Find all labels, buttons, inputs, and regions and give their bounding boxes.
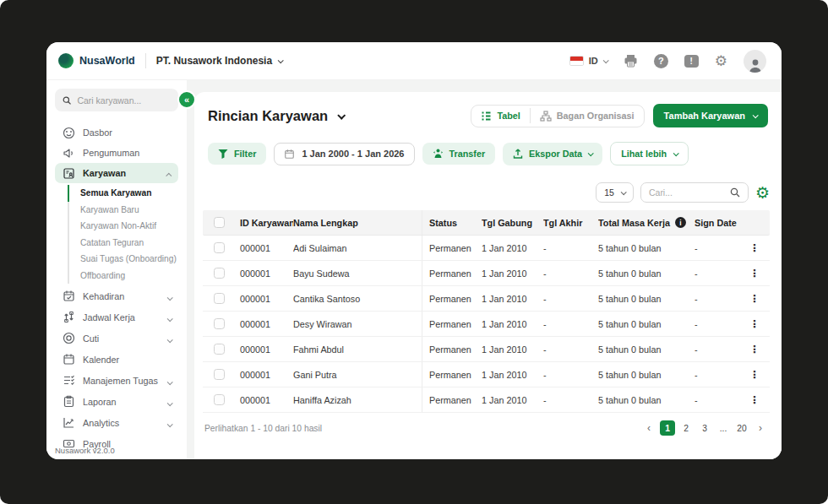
page-button-20[interactable]: 20	[734, 420, 749, 436]
chevron-down-icon	[602, 57, 608, 63]
sidebar-item-pengumuman[interactable]: Pengumuman	[55, 143, 178, 163]
sidebar-item-kalender[interactable]: Kalender	[55, 349, 178, 370]
sidebar-item-karyawan[interactable]: Karyawan	[55, 163, 178, 183]
row-checkbox[interactable]	[214, 242, 225, 253]
submenu-item-offboarding[interactable]: Offboarding	[69, 268, 178, 285]
column-header-id[interactable]: ID Karyawan	[240, 218, 293, 228]
view-tabel-label: Tabel	[497, 111, 520, 121]
attendance-calendar-icon	[62, 290, 75, 302]
table-row[interactable]: 000001 Desy Wirawan Permanen 1 Jan 2010 …	[203, 312, 770, 337]
sidebar-item-kehadiran[interactable]: Kehadiran	[55, 285, 178, 306]
cell-sign-date: -	[695, 395, 744, 405]
employee-table: ID Karyawan Nama Lengkap Status Tgl Gabu…	[203, 210, 770, 413]
submenu-item-karyawan-baru[interactable]: Karyawan Baru	[69, 202, 178, 219]
chevron-down-icon	[167, 394, 172, 409]
submenu-item-suai-tugas[interactable]: Suai Tugas (Onboarding)	[69, 251, 178, 268]
transfer-button[interactable]: Transfer	[422, 143, 496, 165]
date-range-field[interactable]: 1 Jan 2000 - 1 Jan 2026	[274, 143, 414, 165]
next-page-icon[interactable]: ›	[753, 420, 768, 436]
cell-tenure: 5 tahun 0 bulan	[598, 243, 695, 253]
table-settings-gear-icon[interactable]: ⚙	[755, 185, 770, 201]
sidebar-search[interactable]	[55, 89, 178, 111]
page-ellipsis: ...	[716, 420, 731, 436]
sidebar-item-laporan[interactable]: Laporan	[55, 391, 178, 412]
table-row[interactable]: 000001 Bayu Sudewa Permanen 1 Jan 2010 -…	[203, 261, 770, 286]
user-avatar[interactable]	[744, 50, 766, 73]
column-header-status[interactable]: Status	[422, 218, 482, 228]
row-actions-kebab-icon[interactable]: ⋮	[744, 344, 770, 355]
submenu-item-karyawan-non-aktif[interactable]: Karyawan Non-Aktif	[69, 218, 178, 235]
row-actions-kebab-icon[interactable]: ⋮	[744, 268, 770, 279]
table-row[interactable]: 000001 Gani Putra Permanen 1 Jan 2010 - …	[203, 362, 770, 387]
language-selector[interactable]: ID	[569, 56, 607, 66]
row-actions-kebab-icon[interactable]: ⋮	[744, 293, 770, 305]
export-data-button[interactable]: Ekspor Data	[503, 143, 602, 165]
row-checkbox[interactable]	[214, 318, 225, 329]
row-actions-kebab-icon[interactable]: ⋮	[744, 242, 770, 254]
cell-tenure: 5 tahun 0 bulan	[598, 370, 695, 380]
select-all-checkbox[interactable]	[214, 217, 225, 228]
page-button-3[interactable]: 3	[697, 420, 712, 436]
search-input[interactable]	[77, 95, 171, 106]
add-employee-button[interactable]: Tambah Karyawan	[653, 104, 768, 127]
collapse-glyph: «	[184, 95, 189, 105]
row-checkbox[interactable]	[214, 369, 225, 380]
column-header-tenure[interactable]: Total Masa Kerja i	[598, 217, 695, 228]
add-employee-label: Tambah Karyawan	[664, 111, 745, 121]
row-checkbox[interactable]	[214, 394, 225, 405]
sidebar-item-cuti[interactable]: Cuti	[55, 328, 178, 349]
brand[interactable]: NusaWorld	[58, 53, 135, 68]
export-icon	[513, 149, 523, 160]
page-button-2[interactable]: 2	[678, 420, 694, 436]
chevron-down-icon	[167, 289, 172, 304]
view-toggle-bagan-organisasi[interactable]: Bagan Organisasi	[531, 106, 644, 127]
view-toggle-tabel[interactable]: Tabel	[471, 106, 529, 127]
dark-backdrop: NusaWorld PT. Nusawork Indonesia ID ? ! …	[0, 0, 828, 504]
submenu-item-semua-karyawan[interactable]: Semua Karyawan	[69, 185, 178, 202]
page-button-1[interactable]: 1	[660, 420, 675, 436]
column-header-end-date[interactable]: Tgl Akhir	[543, 218, 598, 228]
submenu-item-catatan-teguran[interactable]: Catatan Teguran	[69, 235, 178, 252]
cell-status: Permanen	[422, 344, 482, 355]
company-selector[interactable]: PT. Nusawork Indonesia	[156, 55, 282, 67]
prev-page-icon[interactable]: ‹	[641, 420, 656, 436]
see-more-button[interactable]: Lihat lebih	[610, 142, 689, 165]
table-row[interactable]: 000001 Haniffa Azizah Permanen 1 Jan 201…	[203, 387, 770, 413]
table-header-row: ID Karyawan Nama Lengkap Status Tgl Gabu…	[203, 210, 770, 236]
sidebar-item-manajemen-tugas[interactable]: Manajemen Tugas	[55, 370, 178, 391]
cell-sign-date: -	[695, 344, 744, 355]
info-icon[interactable]: i	[675, 217, 686, 228]
task-list-icon	[62, 374, 75, 387]
table-search-field[interactable]	[640, 182, 749, 203]
sidebar-collapse-button[interactable]: «	[177, 90, 196, 109]
sidebar-item-jadwal-kerja[interactable]: Jadwal Kerja	[55, 306, 178, 328]
row-actions-kebab-icon[interactable]: ⋮	[744, 369, 770, 381]
tenure-header-label: Total Masa Kerja	[598, 218, 670, 228]
table-search-input[interactable]	[649, 187, 730, 198]
row-checkbox[interactable]	[214, 293, 225, 304]
sidebar: Dasbor Pengumuman Karyawan Semua Karyawa…	[46, 80, 187, 459]
filter-button[interactable]: Filter	[208, 143, 266, 165]
column-header-name[interactable]: Nama Lengkap	[293, 210, 422, 235]
column-header-sign-date[interactable]: Sign Date	[695, 218, 744, 228]
help-icon[interactable]: ?	[654, 54, 668, 68]
cell-join-date: 1 Jan 2010	[482, 243, 543, 253]
feedback-icon[interactable]: !	[684, 55, 699, 68]
row-checkbox[interactable]	[214, 344, 225, 355]
sidebar-item-dasbor[interactable]: Dasbor	[55, 122, 178, 143]
print-icon[interactable]	[624, 54, 638, 68]
cell-status: Permanen	[422, 319, 482, 329]
page-size-select[interactable]: 15	[596, 182, 634, 203]
cell-employee-name: Gani Putra	[293, 362, 422, 387]
settings-gear-icon[interactable]: ⚙	[715, 54, 727, 68]
table-row[interactable]: 000001 Adi Sulaiman Permanen 1 Jan 2010 …	[203, 236, 770, 261]
column-header-join-date[interactable]: Tgl Gabung	[482, 218, 543, 228]
sidebar-item-analytics[interactable]: Analytics	[55, 412, 178, 433]
table-row[interactable]: 000001 Fahmi Abdul Permanen 1 Jan 2010 -…	[203, 337, 770, 362]
megaphone-icon	[62, 147, 75, 160]
page-title[interactable]: Rincian Karyawan	[208, 108, 344, 124]
row-actions-kebab-icon[interactable]: ⋮	[744, 394, 770, 406]
row-checkbox[interactable]	[214, 268, 225, 279]
row-actions-kebab-icon[interactable]: ⋮	[744, 318, 770, 330]
table-row[interactable]: 000001 Cantika Santoso Permanen 1 Jan 20…	[203, 286, 770, 312]
